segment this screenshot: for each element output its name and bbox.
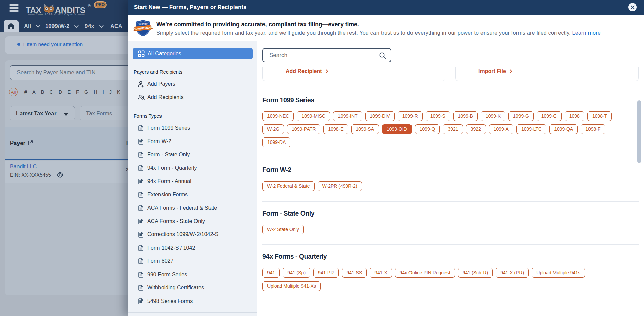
svg-text:TAX BANDIT: TAX BANDIT: [139, 23, 148, 25]
